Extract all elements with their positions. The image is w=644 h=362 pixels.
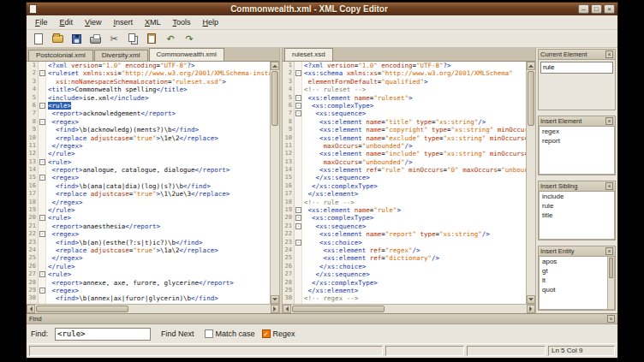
find-input[interactable] [55,328,151,341]
code-line[interactable]: 6-<rule> [27,102,270,110]
left-horizontal-scrollbar[interactable] [27,304,279,313]
code-line[interactable]: 20-<rule> [27,214,270,222]
menu-help[interactable]: Help [196,16,224,28]
fold-collapse-icon[interactable]: - [39,119,45,125]
find-close-icon[interactable]: × [607,315,615,323]
fold-collapse-icon[interactable]: - [39,288,45,294]
code-line[interactable]: 1<?xml version="1.0" encoding="UTF-8"?> [283,62,526,69]
code-line[interactable]: 22 <xs:element name="report" type="xs:st… [283,230,526,238]
redo-button[interactable]: ↷ [181,32,198,46]
panel-close-icon[interactable]: × [605,117,613,125]
scroll-left-icon[interactable] [283,305,291,313]
scroll-right-icon[interactable] [527,305,535,313]
code-line[interactable]: 26 </xs:choice> [283,263,526,270]
cut-button[interactable]: ✂ [105,32,122,46]
code-line[interactable]: 9 <find>\b(acknowledg)(ments?)\b</find> [27,126,270,134]
scroll-down-icon[interactable] [527,295,535,304]
code-line[interactable]: 9 <xs:element name="copyright" type="xs:… [283,126,526,134]
code-line[interactable]: 20- <xs:complexType> [283,214,526,222]
print-button[interactable] [86,32,104,46]
save-button[interactable] [68,32,85,46]
code-line[interactable]: 11 maxOccurs="unbounded"/> [283,142,526,150]
code-line[interactable]: 23 <find>\b(an)(esthe(?:s|t)ic?)\b</find… [27,239,270,246]
code-line[interactable]: 27-<rule> [27,270,270,278]
tab-commonwealth-xml[interactable]: Commonwealth.xml [149,48,224,61]
code-line[interactable]: 13-<rule> [27,158,270,166]
maximize-button[interactable]: □ [591,4,602,14]
fold-collapse-icon[interactable]: - [295,223,301,229]
scroll-thumb[interactable] [292,306,385,312]
code-line[interactable]: 10 <xs:element name="exclude" type="xs:s… [283,134,526,142]
fold-margin[interactable]: - [295,214,302,222]
list-item-report[interactable]: report [540,136,614,145]
code-line[interactable]: 29 </xs:element> [283,287,526,294]
fold-collapse-icon[interactable]: - [295,95,301,101]
code-line[interactable]: 2-<xs:schema xmlns:xs="http://www.w3.org… [283,69,526,77]
fold-collapse-icon[interactable]: - [295,207,301,213]
list-item-lt[interactable]: lt [540,276,614,285]
fold-margin[interactable]: - [295,110,302,117]
scroll-left-icon[interactable] [27,305,35,313]
fold-margin[interactable]: - [39,118,46,126]
code-line[interactable]: 7 <report>acknowledgement</report> [27,110,270,117]
scroll-right-icon[interactable] [271,305,279,313]
code-line[interactable]: 22- <regex> [27,230,270,238]
paste-button[interactable] [143,32,160,46]
code-line[interactable]: 30<!-- regex --> [283,294,526,302]
match-case-checkbox[interactable]: Match case [205,329,255,338]
list-item-apos[interactable]: apos [540,257,614,266]
fold-collapse-icon[interactable]: - [295,240,301,246]
code-line[interactable]: 16 <find>\b(ana|cata|dia)(log)(s?)\b</fi… [27,182,270,190]
fold-collapse-icon[interactable]: - [295,110,301,116]
left-editor[interactable]: 1<?xml version="1.0" encoding="UTF-8"?>2… [27,62,270,304]
code-line[interactable]: 17 <replace adjustcase="true">\1\2ue\3</… [27,190,270,198]
panel-close-icon[interactable]: × [605,182,613,190]
code-line[interactable]: 30 <find>\b(annex|ax|furor|glycerin)\b</… [27,294,270,302]
code-line[interactable]: 25 <xs:element ref="dictionary"/> [283,254,526,262]
fold-margin[interactable]: - [39,214,46,222]
code-line[interactable]: 17 </xs:element> [283,190,526,198]
fold-margin[interactable]: - [295,239,302,246]
code-line[interactable]: 18<!-- rule --> [283,199,526,206]
code-line[interactable]: 5- <xs:element name="ruleset"> [283,94,526,102]
code-line[interactable]: 23- <xs:choice> [283,239,526,246]
code-line[interactable]: 28 <report>annexe, axe, furore, glycerin… [27,279,270,287]
new-document-button[interactable] [30,32,47,46]
fold-margin[interactable]: - [295,69,302,77]
panel-close-icon[interactable]: × [605,50,613,58]
fold-margin[interactable]: - [39,69,46,77]
menu-view[interactable]: View [79,16,107,28]
code-line[interactable]: 15 </xs:sequence> [283,174,526,181]
fold-collapse-icon[interactable]: - [39,70,45,76]
code-line[interactable]: 25 </regex> [27,254,270,262]
code-line[interactable]: 6- <xs:complexType> [283,102,526,110]
code-line[interactable]: 24 <xs:element ref="regex"/> [283,246,526,254]
find-next-button[interactable]: Find Next [158,329,198,339]
code-line[interactable]: 3 elementFormDefault="qualified"> [283,78,526,86]
code-line[interactable]: 11 </regex> [27,142,270,150]
code-line[interactable]: 21- <xs:sequence> [283,223,526,230]
scroll-thumb[interactable] [609,258,613,278]
menu-file[interactable]: File [29,16,54,28]
current-element-input[interactable]: rule [540,62,613,74]
right-editor[interactable]: 1<?xml version="1.0" encoding="UTF-8"?>2… [283,62,526,304]
fold-collapse-icon[interactable]: - [39,231,45,237]
fold-collapse-icon[interactable]: - [39,159,45,165]
fold-margin[interactable]: - [295,94,302,102]
code-line[interactable]: 2-<ruleset xmlns:xsi="http://www.w3.org/… [27,69,270,77]
code-line[interactable]: 28 </xs:complexType> [283,279,526,287]
list-item-title[interactable]: title [540,211,614,220]
menu-edit[interactable]: Edit [54,16,80,28]
scroll-up-icon[interactable] [271,62,279,70]
list-item-include[interactable]: include [540,192,614,201]
panel-close-icon[interactable]: × [605,247,613,255]
code-line[interactable]: 19- <xs:element name="rule"> [283,206,526,214]
fold-margin[interactable]: - [39,287,46,294]
right-horizontal-scrollbar[interactable] [283,304,535,313]
scroll-thumb[interactable] [528,71,534,126]
code-line[interactable]: 8- <regex> [27,118,270,126]
fold-margin[interactable]: - [39,230,46,238]
code-line[interactable]: 13 maxOccurs="unbounded"/> [283,158,526,166]
code-line[interactable]: 14 <xs:element ref="rule" minOccurs="0" … [283,166,526,174]
code-line[interactable]: 8 <xs:element name="title" type="xs:stri… [283,118,526,126]
